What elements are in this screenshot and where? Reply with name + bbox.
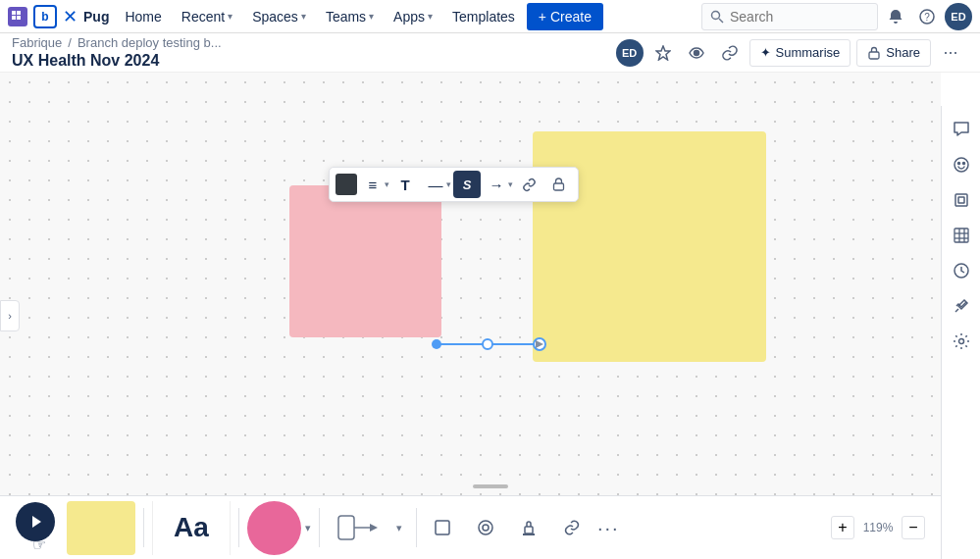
breadcrumb-root[interactable]: Fabrique — [12, 35, 62, 50]
zoom-out-button[interactable]: − — [902, 516, 925, 539]
table-icon[interactable] — [946, 220, 977, 251]
nav-recent[interactable]: Recent▾ — [174, 0, 240, 33]
panel-toggle[interactable]: › — [0, 300, 20, 331]
comments-icon[interactable] — [946, 114, 977, 145]
user-avatar[interactable]: ED — [945, 3, 972, 30]
settings-icon[interactable] — [946, 326, 977, 357]
right-sidebar — [941, 106, 980, 559]
color-swatch-button[interactable] — [335, 174, 357, 195]
svg-point-25 — [958, 339, 963, 344]
frame-tool[interactable] — [425, 510, 460, 545]
svg-point-9 — [694, 50, 698, 55]
link-tool[interactable] — [554, 510, 590, 545]
watch-icon[interactable] — [683, 39, 710, 67]
top-navigation: b ✕ Pug Home Recent▾ Spaces▾ Teams▾ Apps… — [0, 0, 980, 33]
svg-point-32 — [483, 525, 489, 531]
collaborator-avatar[interactable]: ED — [616, 39, 644, 67]
summarise-icon: ✦ — [760, 45, 771, 60]
nav-teams[interactable]: Teams▾ — [318, 0, 382, 33]
connector-dropdown-arrow[interactable]: ▾ — [396, 522, 402, 534]
connector-preview[interactable] — [334, 508, 392, 547]
arrow-button-group[interactable]: → ▾ — [483, 171, 513, 198]
svg-point-31 — [479, 521, 492, 534]
link-button[interactable] — [515, 171, 542, 198]
toolbar-divider-3 — [319, 508, 320, 547]
zoom-in-button[interactable]: + — [831, 516, 854, 539]
smart-link-tool[interactable] — [468, 510, 503, 545]
page-title: UX Health Nov 2024 — [12, 52, 222, 70]
svg-marker-26 — [32, 516, 41, 528]
connector-handle-mid[interactable] — [483, 339, 492, 349]
share-button[interactable]: Share — [856, 39, 931, 67]
hand-cursor-icon: ☞ — [32, 535, 46, 554]
breadcrumb-separator: / — [68, 35, 72, 50]
svg-rect-11 — [553, 183, 563, 190]
canvas[interactable]: ≡ ▾ T — ▾ S → ▾ — [0, 73, 941, 559]
page-header-right: ED ✦ Summarise Share ··· — [616, 39, 964, 67]
toolbar-divider-1 — [143, 508, 144, 547]
connector-handle-left[interactable] — [432, 339, 441, 349]
nav-logo-group: b ✕ Pug — [8, 5, 109, 28]
help-icon[interactable]: ? — [913, 3, 941, 30]
page-header-left: Fabrique / Branch deploy testing b... UX… — [12, 35, 222, 70]
svg-rect-1 — [17, 11, 21, 15]
dash-button-group[interactable]: — ▾ — [421, 171, 451, 198]
frames-icon[interactable] — [946, 184, 977, 216]
search-box[interactable] — [701, 3, 878, 30]
svg-rect-30 — [436, 521, 449, 534]
brand-pug[interactable]: Pug — [83, 9, 109, 25]
connector-tool-group: ▾ — [328, 508, 408, 547]
reactions-icon[interactable] — [946, 149, 977, 180]
svg-point-4 — [712, 11, 720, 19]
play-hand-group: ☞ — [16, 502, 55, 554]
zoom-controls: + 119% − — [831, 516, 925, 539]
svg-marker-29 — [370, 524, 378, 532]
shape-preview[interactable] — [247, 501, 301, 555]
apps-grid-icon[interactable] — [8, 7, 27, 26]
copy-link-icon[interactable] — [716, 39, 744, 67]
brand-logo-b[interactable]: b — [33, 5, 57, 28]
svg-rect-3 — [17, 16, 21, 20]
svg-rect-18 — [958, 197, 964, 203]
create-button[interactable]: + Create — [527, 3, 603, 30]
zoom-level-label: 119% — [860, 521, 896, 534]
nav-apps[interactable]: Apps▾ — [386, 0, 440, 33]
stamp-tool[interactable] — [511, 510, 546, 545]
summarise-button[interactable]: ✦ Summarise — [749, 39, 851, 67]
text-button[interactable]: T — [391, 171, 419, 198]
nav-spaces[interactable]: Spaces▾ — [244, 0, 314, 33]
svg-marker-8 — [656, 46, 670, 60]
connector-line[interactable] — [432, 332, 549, 356]
notifications-icon[interactable] — [882, 3, 909, 30]
svg-point-15 — [957, 163, 959, 165]
align-button-group[interactable]: ≡ ▾ — [359, 171, 389, 198]
toolbar-divider-4 — [416, 508, 417, 547]
svg-rect-17 — [955, 194, 967, 206]
more-options-icon[interactable]: ··· — [937, 39, 964, 67]
sticky-note-preview[interactable] — [67, 501, 135, 555]
history-icon[interactable] — [946, 255, 977, 286]
lock-icon — [867, 46, 881, 60]
page-header: Fabrique / Branch deploy testing b... UX… — [0, 33, 980, 73]
nav-home[interactable]: Home — [117, 0, 169, 33]
nav-templates[interactable]: Templates — [444, 0, 523, 33]
search-input[interactable] — [730, 9, 848, 25]
svg-rect-19 — [954, 229, 968, 242]
svg-point-16 — [962, 163, 964, 165]
shape-dropdown-arrow[interactable]: ▾ — [305, 522, 311, 534]
lock-toolbar-button[interactable] — [544, 171, 572, 198]
breadcrumb: Fabrique / Branch deploy testing b... — [12, 35, 222, 50]
smart-links-icon[interactable] — [946, 290, 977, 322]
pink-shape[interactable] — [289, 185, 441, 337]
star-icon[interactable] — [649, 39, 677, 67]
shape-tool-group: ▾ — [247, 501, 311, 555]
svg-rect-0 — [12, 11, 16, 15]
style-button[interactable]: S — [453, 171, 481, 198]
text-tool-preview[interactable]: Aa — [152, 501, 231, 555]
search-icon — [710, 10, 724, 24]
connector-toolbar: ≡ ▾ T — ▾ S → ▾ — [329, 167, 579, 202]
svg-rect-2 — [12, 16, 16, 20]
breadcrumb-page[interactable]: Branch deploy testing b... — [77, 35, 222, 50]
brand-x: ✕ — [63, 6, 77, 27]
more-tools-button[interactable]: ··· — [597, 517, 620, 539]
